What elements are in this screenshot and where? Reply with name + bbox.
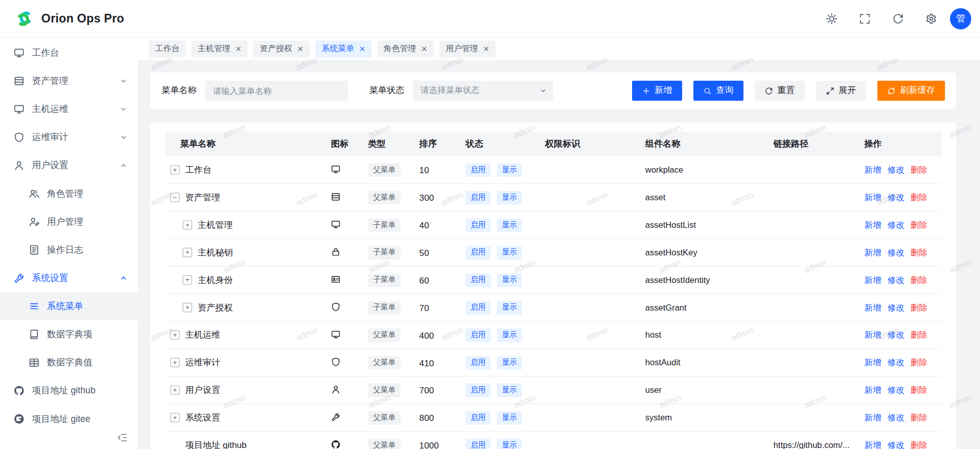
sort-value: 10: [419, 165, 466, 175]
sidebar-subitem[interactable]: 操作日志: [0, 236, 137, 264]
menu-name: 运维审计: [185, 357, 221, 368]
reload-button[interactable]: [893, 13, 904, 24]
collapse-sidebar-button[interactable]: [117, 432, 128, 443]
row-add-link[interactable]: 新增: [864, 439, 881, 449]
sidebar-item[interactable]: 项目地址 github: [0, 376, 137, 405]
row-delete-link[interactable]: 删除: [911, 412, 927, 423]
search-button[interactable]: 查询: [693, 81, 743, 101]
refresh-cache-button-label: 刷新缓存: [900, 85, 935, 97]
expand-button-label: 展开: [838, 85, 856, 97]
row-delete-link[interactable]: 删除: [911, 164, 927, 176]
expand-toggle[interactable]: +: [170, 385, 179, 394]
sidebar-subitem[interactable]: 系统菜单: [0, 292, 137, 320]
visible-tag: 显示: [497, 191, 522, 204]
row-edit-link[interactable]: 修改: [888, 219, 904, 230]
row-edit-link[interactable]: 修改: [888, 164, 904, 176]
sidebar-item[interactable]: 运维审计: [0, 123, 137, 151]
expander-placeholder: [170, 440, 179, 449]
type-tag: 子菜单: [368, 246, 401, 259]
row-add-link[interactable]: 新增: [864, 385, 881, 396]
menu-name-input[interactable]: [205, 81, 348, 101]
logo: Orion Ops Pro: [14, 8, 124, 29]
menu-status-select[interactable]: 请选择菜单状态: [413, 81, 553, 101]
expand-button[interactable]: 展开: [816, 81, 866, 101]
row-add-link[interactable]: 新增: [864, 329, 881, 341]
sidebar-item[interactable]: 系统设置: [0, 264, 137, 292]
row-add-link[interactable]: 新增: [864, 247, 881, 258]
row-edit-link[interactable]: 修改: [888, 192, 904, 203]
row-edit-link[interactable]: 修改: [888, 357, 904, 368]
expand-toggle[interactable]: +: [170, 358, 179, 367]
row-edit-link[interactable]: 修改: [888, 412, 904, 423]
component-value: workplace: [645, 165, 774, 174]
sidebar-subitem-label: 角色管理: [47, 187, 83, 199]
sidebar-item-label: 主机运维: [32, 103, 68, 115]
cache-refresh-icon: [888, 87, 896, 95]
row-delete-link[interactable]: 删除: [911, 439, 927, 449]
status-tag: 启用: [465, 246, 491, 259]
tab[interactable]: 系统菜单: [315, 40, 371, 57]
expand-toggle[interactable]: −: [170, 193, 179, 202]
row-edit-link[interactable]: 修改: [888, 274, 904, 286]
row-delete-link[interactable]: 删除: [911, 219, 927, 230]
row-edit-link[interactable]: 修改: [888, 439, 904, 449]
sidebar-item[interactable]: 主机运维: [0, 95, 137, 123]
refresh-cache-button[interactable]: 刷新缓存: [877, 81, 945, 101]
type-tag: 父菜单: [368, 411, 401, 424]
expand-toggle[interactable]: +: [170, 413, 179, 422]
tab[interactable]: 资产授权: [253, 40, 310, 57]
expand-toggle[interactable]: +: [170, 330, 179, 340]
row-edit-link[interactable]: 修改: [888, 385, 904, 396]
row-add-link[interactable]: 新增: [864, 164, 881, 176]
sidebar-item[interactable]: 项目地址 gitee: [0, 405, 137, 433]
sort-value: 40: [419, 220, 466, 230]
row-add-link[interactable]: 新增: [864, 274, 881, 286]
expand-toggle[interactable]: +: [183, 275, 192, 285]
menu-name: 主机秘钥: [198, 247, 233, 258]
theme-toggle[interactable]: [826, 13, 837, 24]
row-delete-link[interactable]: 删除: [911, 329, 927, 341]
expand-toggle[interactable]: +: [183, 220, 192, 229]
sidebar-item[interactable]: 用户设置: [0, 151, 137, 179]
row-add-link[interactable]: 新增: [864, 357, 881, 368]
row-delete-link[interactable]: 删除: [911, 385, 927, 396]
row-edit-link[interactable]: 修改: [888, 247, 904, 258]
row-edit-link[interactable]: 修改: [888, 302, 904, 313]
row-delete-link[interactable]: 删除: [911, 192, 927, 203]
menu-name: 主机管理: [198, 219, 233, 230]
tab[interactable]: 用户管理: [439, 40, 496, 57]
fullscreen-button[interactable]: [859, 13, 871, 24]
content: 菜单名称 菜单状态 请选择菜单状态 新增 查询: [137, 60, 980, 449]
sidebar-subitem-label: 数据字典值: [47, 357, 92, 368]
avatar[interactable]: 管: [950, 8, 971, 29]
sidebar-subitem[interactable]: 角色管理: [0, 180, 137, 208]
tab[interactable]: 工作台: [149, 40, 186, 57]
sidebar-item[interactable]: 工作台: [0, 39, 137, 67]
row-add-link[interactable]: 新增: [864, 302, 881, 313]
reset-button[interactable]: 重置: [755, 81, 805, 101]
row-edit-link[interactable]: 修改: [888, 329, 904, 341]
add-button[interactable]: 新增: [632, 81, 682, 101]
row-add-link[interactable]: 新增: [864, 219, 881, 230]
menu-status-label: 菜单状态: [369, 85, 405, 97]
column-header: 状态: [465, 138, 545, 150]
settings-button[interactable]: [925, 13, 937, 24]
tab[interactable]: 主机管理: [192, 40, 248, 57]
row-delete-link[interactable]: 删除: [911, 274, 927, 286]
sidebar-subitem[interactable]: 数据字典项: [0, 320, 137, 348]
expand-toggle[interactable]: +: [183, 248, 192, 257]
expand-toggle[interactable]: +: [183, 303, 192, 312]
component-value: asset: [645, 193, 774, 202]
sidebar-subitem[interactable]: 用户管理: [0, 208, 137, 236]
sidebar-item[interactable]: 资产管理: [0, 67, 137, 95]
tab[interactable]: 角色管理: [378, 40, 434, 57]
table-row: +工作台父菜单10启用显示workplace新增修改删除: [165, 156, 941, 184]
sidebar-subitem[interactable]: 数据字典值: [0, 348, 137, 376]
row-delete-link[interactable]: 删除: [911, 302, 927, 313]
row-delete-link[interactable]: 删除: [911, 247, 927, 258]
row-add-link[interactable]: 新增: [864, 192, 881, 203]
row-add-link[interactable]: 新增: [864, 412, 881, 423]
row-delete-link[interactable]: 删除: [911, 357, 927, 368]
sidebar-subitem-label: 系统菜单: [47, 300, 83, 312]
expand-toggle[interactable]: +: [170, 165, 179, 174]
